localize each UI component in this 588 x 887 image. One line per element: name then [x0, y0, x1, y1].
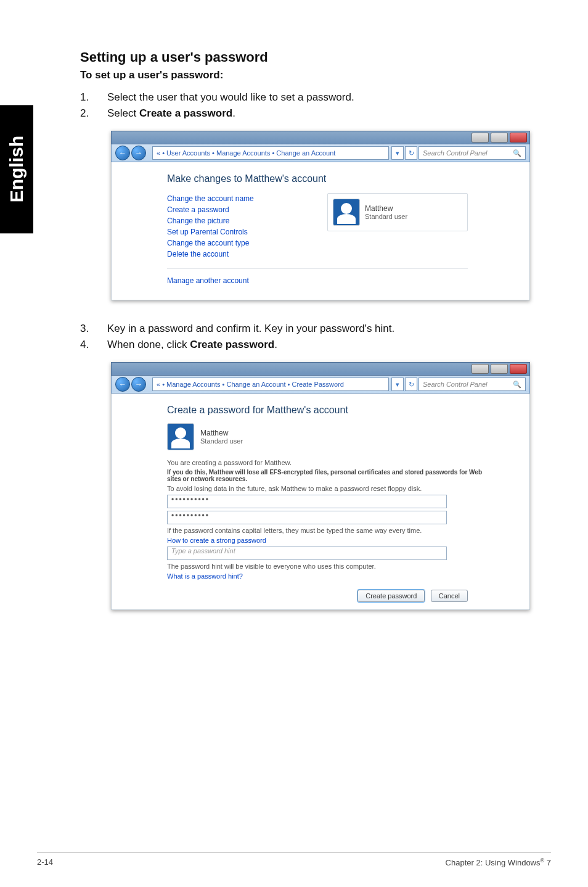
account-type: Standard user [365, 213, 407, 220]
step-number: 4. [80, 339, 107, 351]
account-header: Matthew Standard user [167, 423, 492, 450]
link-change-picture[interactable]: Change the picture [167, 217, 327, 225]
step-item: 1.Select the user that you would like to… [80, 91, 551, 104]
forward-button[interactable]: → [131, 377, 146, 392]
maximize-button[interactable] [491, 133, 508, 142]
search-input[interactable]: Search Control Panel🔍 [419, 146, 526, 160]
page-footer: 2-14 Chapter 2: Using Windows® 7 [37, 857, 551, 867]
avoid-note: To avoid losing data in the future, ask … [167, 485, 492, 492]
dropdown-icon[interactable]: ▾ [391, 377, 404, 391]
minimize-button[interactable] [472, 133, 489, 142]
link-create-password[interactable]: Create a password [167, 205, 327, 214]
step-item: 3.Key in a password and confirm it. Key … [80, 323, 551, 335]
cancel-button[interactable]: Cancel [431, 590, 468, 602]
screenshot-change-account: ← → « • User Accounts • Manage Accounts … [111, 131, 530, 300]
window-body: Create a password for Matthew's account … [111, 394, 530, 610]
screenshot-create-password: ← → « • Manage Accounts • Change an Acco… [111, 362, 530, 610]
forward-button[interactable]: → [131, 146, 146, 160]
link-change-type[interactable]: Change the account type [167, 239, 327, 247]
step-text: Key in a password and confirm it. Key in… [107, 323, 394, 335]
account-card: Matthew Standard user [327, 193, 468, 231]
link-strong-password[interactable]: How to create a strong password [167, 537, 492, 544]
window-titlebar [111, 131, 530, 144]
steps-list-b: 3.Key in a password and confirm it. Key … [80, 323, 551, 351]
step-number: 2. [80, 107, 107, 120]
link-parental-controls[interactable]: Set up Parental Controls [167, 228, 327, 236]
step-item: 4.When done, click Create password. [80, 339, 551, 351]
page-content: Setting up a user's password To set up a… [80, 0, 551, 610]
close-button[interactable] [510, 364, 527, 374]
create-password-button[interactable]: Create password [357, 590, 425, 602]
language-tab: English [0, 105, 33, 233]
minimize-button[interactable] [472, 364, 489, 374]
caps-note: If the password contains capital letters… [167, 527, 492, 534]
panel-title: Make changes to Matthew's account [167, 173, 468, 184]
step-number: 1. [80, 91, 107, 104]
search-input[interactable]: Search Control Panel🔍 [419, 377, 526, 391]
chapter-label: Chapter 2: Using Windows® 7 [446, 857, 551, 867]
close-button[interactable] [510, 133, 527, 142]
link-delete-account[interactable]: Delete the account [167, 250, 327, 258]
footer-rule [37, 852, 551, 852]
section-subheading: To set up a user's password: [80, 69, 551, 81]
link-change-name[interactable]: Change the account name [167, 194, 327, 203]
search-icon: 🔍 [513, 381, 521, 389]
warning-text: If you do this, Matthew will lose all EF… [167, 469, 492, 482]
button-row: Create password Cancel [167, 581, 492, 603]
creating-note: You are creating a password for Matthew. [167, 459, 492, 466]
breadcrumb[interactable]: « • Manage Accounts • Change an Account … [152, 377, 389, 391]
address-bar: ← → « • User Accounts • Manage Accounts … [111, 144, 530, 162]
maximize-button[interactable] [491, 364, 508, 374]
window-body: Make changes to Matthew's account Change… [111, 162, 530, 300]
account-name: Matthew [200, 429, 243, 437]
steps-list-a: 1.Select the user that you would like to… [80, 91, 551, 120]
step-number: 3. [80, 323, 107, 335]
refresh-icon[interactable]: ↻ [405, 146, 417, 160]
password-hint-field[interactable]: Type a password hint [167, 547, 447, 560]
step-item: 2.Select Create a password. [80, 107, 551, 120]
panel-title: Create a password for Matthew's account [167, 405, 492, 416]
section-heading: Setting up a user's password [80, 49, 551, 65]
avatar [333, 199, 360, 226]
refresh-icon[interactable]: ↻ [405, 377, 417, 391]
account-name: Matthew [365, 204, 407, 213]
back-button[interactable]: ← [115, 377, 130, 392]
window-titlebar [111, 362, 530, 376]
search-icon: 🔍 [513, 149, 521, 157]
account-type: Standard user [200, 437, 243, 445]
back-button[interactable]: ← [115, 146, 130, 160]
breadcrumb[interactable]: « • User Accounts • Manage Accounts • Ch… [152, 146, 389, 160]
page-number: 2-14 [37, 857, 53, 867]
step-text: When done, click Create password. [107, 339, 277, 351]
avatar [167, 423, 194, 450]
dropdown-icon[interactable]: ▾ [391, 146, 404, 160]
new-password-field[interactable]: •••••••••• [167, 495, 447, 508]
link-manage-another[interactable]: Manage another account [167, 276, 468, 285]
hint-note: The password hint will be visible to eve… [167, 563, 492, 570]
divider [167, 268, 468, 269]
step-text: Select Create a password. [107, 107, 235, 120]
link-what-is-hint[interactable]: What is a password hint? [167, 572, 492, 580]
step-text: Select the user that you would like to s… [107, 91, 354, 104]
confirm-password-field[interactable]: •••••••••• [167, 511, 447, 524]
address-bar: ← → « • Manage Accounts • Change an Acco… [111, 376, 530, 394]
